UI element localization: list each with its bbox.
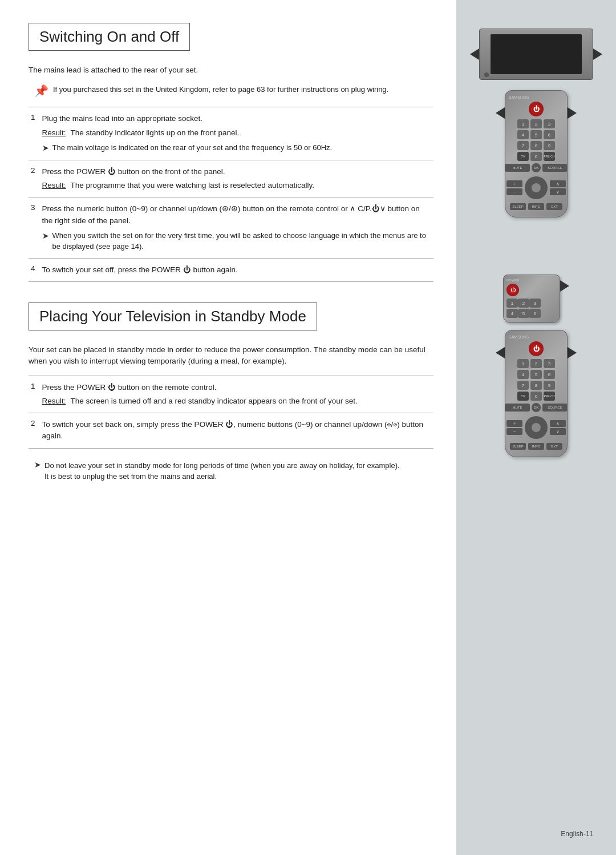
s2-step1-text: Press the POWER ⏻ button on the remote c… [42,383,217,392]
btn-2: 2 [530,119,542,128]
small-remote-body: POWER ⏻ 1 2 3 4 5 6 [503,275,560,323]
remote-body: SAMSUNG ⏻ 1 2 3 4 5 6 7 8 9 TV [505,90,568,217]
power-symbol-icon2: ⏻ [533,345,540,352]
section1: Switching On and Off The mains lead is a… [29,23,433,282]
r2-btn-5: 5 [530,370,542,379]
s-btn-1: 1 [506,299,518,308]
samsung-label2: SAMSUNG [509,335,529,339]
r2-info-btn: INFO [528,443,544,450]
bottom-buttons: SLEEP INFO EXT [510,203,562,210]
r2-btn-6: 6 [544,370,555,379]
r2-ext-btn: EXT [546,443,562,450]
ch-down: ∨ [550,188,566,195]
arrow-note-text: The main voltage is indicated on the rea… [52,142,333,154]
r2-ok-btn: OK [532,403,541,412]
btn-tv: TV [517,152,529,161]
power-button-icon: ⏻ [529,102,544,116]
result-text: The screen is turned off and a red stand… [71,396,358,407]
section2-steps-table: 1 Press the POWER ⏻ button on the remote… [29,376,433,449]
r2-ok-label: OK [534,406,539,409]
s2-step1-result: Result: The screen is turned off and a r… [42,396,431,407]
section2-title: Placing Your Television in Standby Mode [29,303,317,330]
r2-btn-8: 8 [530,381,542,390]
small-num-grid: 1 2 3 4 5 6 [506,299,557,318]
power-btn-small: ⏻ [506,284,519,296]
btn-5: 5 [530,130,542,139]
vol-minus: − [506,188,522,195]
r2-btn-1: 1 [517,359,529,368]
power-button-icon2: ⏻ [529,341,544,356]
section2: Placing Your Television in Standby Mode … [29,303,433,482]
step-num: 2 [29,160,42,197]
section1-note: If you purchased this set in the United … [53,84,388,95]
step-content: Press the POWER ⏻ button on the front of… [42,160,433,197]
section2-images: POWER ⏻ 1 2 3 4 5 6 [496,275,577,457]
num-grid2: 1 2 3 4 5 6 7 8 9 TV 0 PRE-CH [517,359,555,401]
s-btn-2: 2 [518,299,529,308]
tv-device-container [470,29,602,80]
step-content: To switch your set off, press the POWER … [42,258,433,281]
btn-7: 7 [517,141,529,150]
tv-device-illustration [479,29,593,80]
section1-images: SAMSUNG ⏻ 1 2 3 4 5 6 7 8 9 TV [470,29,602,217]
step-content: To switch your set back on, simply press… [42,413,433,449]
r2-sleep-btn: SLEEP [510,443,526,450]
section2-intro: Your set can be placed in standby mode i… [29,344,433,368]
vol-plus: + [506,180,522,187]
r2-btn-7: 7 [517,381,529,390]
r2-btn-2: 2 [530,359,542,368]
step-num: 1 [29,376,42,413]
r2-ch-up: ∧ [550,420,566,427]
remote2-body: SAMSUNG ⏻ 1 2 3 4 5 6 7 8 9 TV [505,330,568,457]
step1-result: Result: The standby indicator lights up … [42,127,431,139]
right-column: SAMSUNG ⏻ 1 2 3 4 5 6 7 8 9 TV [456,0,616,855]
btn-6: 6 [544,130,555,139]
step-content: Press the numeric button (0~9) or channe… [42,197,433,259]
step2-result: Result: The programme that you were watc… [42,180,431,191]
arrow-right-small-icon [560,280,569,292]
ch-up: ∧ [550,180,566,187]
arrow-left-icon2 [496,347,505,358]
btn-0: 0 [530,152,542,161]
step-content: Press the POWER ⏻ button on the remote c… [42,376,433,413]
section1-note-block: 📌 If you purchased this set in the Unite… [34,84,433,98]
s-btn-6: 6 [529,309,541,318]
r2-btn-tv: TV [517,392,529,401]
samsung-label: SAMSUNG [509,95,529,99]
result-text: The standby indicator lights up on the f… [71,127,240,139]
s-btn-4: 4 [506,309,518,318]
page-wrapper: Switching On and Off The mains lead is a… [0,0,616,855]
note-icon: 📌 [34,84,48,98]
arrow-symbol: ➤ [42,142,49,154]
section1-intro: The mains lead is attached to the rear o… [29,64,433,76]
section2-warning-text: Do not leave your set in standby mode fo… [44,460,400,482]
ch-block: ∧ ∨ [550,180,566,195]
r2-btn-0: 0 [530,392,542,401]
table-row: 1 Plug the mains lead into an appropriat… [29,107,433,160]
s2-step2-text: To switch your set back on, simply press… [42,420,423,440]
arrow-left-icon [470,49,479,60]
remote1-container: SAMSUNG ⏻ 1 2 3 4 5 6 7 8 9 TV [496,90,577,217]
s-btn-5: 5 [518,309,529,318]
vol-nav-block: + − ∧ ∨ [506,175,566,201]
section1-steps-table: 1 Plug the mains lead into an appropriat… [29,107,433,282]
step2-text: Press the POWER ⏻ button on the front of… [42,167,225,176]
sleep-btn: SLEEP [510,203,526,210]
r2-btn-9: 9 [544,381,555,390]
left-column: Switching On and Off The mains lead is a… [0,0,456,855]
power-icon-small: ⏻ [510,287,516,293]
tv-screen [491,34,582,74]
arrow-right-icon2 [568,347,577,358]
arrow-note-text: When you switch the set on for the very … [52,230,431,252]
step-num: 1 [29,107,42,160]
small-remote-container: POWER ⏻ 1 2 3 4 5 6 [503,275,569,323]
info-btn: INFO [528,203,544,210]
arrow-left-icon [496,107,505,119]
table-row: 2 To switch your set back on, simply pre… [29,413,433,449]
btn-1: 1 [517,119,529,128]
source-btn: SOURCE [542,164,568,172]
r2-bottom-buttons: SLEEP INFO EXT [510,443,562,450]
table-row: 3 Press the numeric button (0~9) or chan… [29,197,433,259]
btn-8: 8 [530,141,542,150]
num-grid: 1 2 3 4 5 6 7 8 9 TV 0 PRE-CH [517,119,555,161]
